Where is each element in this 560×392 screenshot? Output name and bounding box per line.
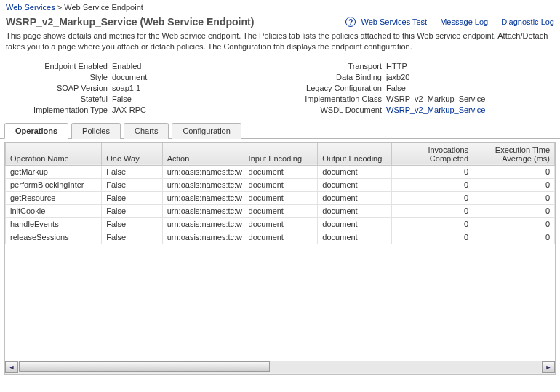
operations-table-wrap: Operation NameOne WayActionInput Encodin… xyxy=(4,142,556,375)
prop-value: HTTP xyxy=(386,62,554,71)
cell-oneway: False xyxy=(102,217,162,231)
tab-policies[interactable]: Policies xyxy=(71,123,121,139)
cell-exectime: 0 xyxy=(473,178,555,191)
column-header-action[interactable]: Action xyxy=(162,143,244,165)
scroll-right-icon[interactable]: ► xyxy=(542,361,555,373)
diagnostic-log-link[interactable]: Diagnostic Log xyxy=(501,17,554,26)
cell-input: document xyxy=(244,165,318,178)
cell-exectime: 0 xyxy=(473,204,555,217)
prop-value: WSRP_v2_Markup_Service xyxy=(386,95,554,103)
tabs: OperationsPoliciesChartsConfiguration xyxy=(0,123,560,139)
prop-value[interactable]: WSRP_v2_Markup_Service xyxy=(386,105,554,114)
cell-invocations: 0 xyxy=(392,204,473,217)
web-services-test-link[interactable]: Web Services Test xyxy=(361,17,427,26)
cell-invocations: 0 xyxy=(392,165,473,178)
cell-action: urn:oasis:names:tc:w xyxy=(162,178,244,191)
prop-label: Transport xyxy=(280,62,382,71)
table-row[interactable]: performBlockingInterFalseurn:oasis:names… xyxy=(6,178,555,191)
cell-output: document xyxy=(318,165,392,178)
cell-invocations: 0 xyxy=(392,217,473,231)
cell-exectime: 0 xyxy=(473,165,555,178)
cell-name: performBlockingInter xyxy=(6,178,102,191)
header-links: ? Web Services Test Message Log Diagnost… xyxy=(345,17,554,27)
column-header-invocations[interactable]: Invocations Completed xyxy=(392,143,473,165)
scroll-thumb[interactable] xyxy=(19,361,270,372)
column-header-name[interactable]: Operation Name xyxy=(6,143,102,165)
operations-table: Operation NameOne WayActionInput Encodin… xyxy=(5,143,555,244)
cell-oneway: False xyxy=(102,191,162,204)
cell-invocations: 0 xyxy=(392,178,473,191)
cell-action: urn:oasis:names:tc:w xyxy=(162,191,244,204)
cell-name: initCookie xyxy=(6,204,102,217)
breadcrumb: Web Services > Web Service Endpoint xyxy=(0,0,560,15)
breadcrumb-root[interactable]: Web Services xyxy=(6,3,55,12)
properties: Endpoint EnabledEnabledStyledocumentSOAP… xyxy=(0,59,560,123)
table-row[interactable]: getMarkupFalseurn:oasis:names:tc:wdocume… xyxy=(6,165,555,178)
scroll-left-icon[interactable]: ◄ xyxy=(5,361,18,373)
breadcrumb-current: Web Service Endpoint xyxy=(64,3,143,12)
cell-output: document xyxy=(318,204,392,217)
column-header-output[interactable]: Output Encoding xyxy=(318,143,392,165)
table-row[interactable]: initCookieFalseurn:oasis:names:tc:wdocum… xyxy=(6,204,555,217)
cell-action: urn:oasis:names:tc:w xyxy=(162,165,244,178)
cell-exectime: 0 xyxy=(473,191,555,204)
cell-input: document xyxy=(244,204,318,217)
table-row[interactable]: getResourceFalseurn:oasis:names:tc:wdocu… xyxy=(6,191,555,204)
page-description: This page shows details and metrics for … xyxy=(0,29,560,59)
tab-operations[interactable]: Operations xyxy=(4,123,68,139)
prop-label: Endpoint Enabled xyxy=(6,62,108,71)
prop-value: document xyxy=(112,73,280,81)
prop-label: Legacy Configuration xyxy=(280,84,382,92)
help-icon: ? xyxy=(345,17,356,27)
cell-input: document xyxy=(244,178,318,191)
cell-oneway: False xyxy=(102,178,162,191)
prop-value: JAX-RPC xyxy=(112,105,280,114)
tab-configuration[interactable]: Configuration xyxy=(172,123,241,139)
page-title: WSRP_v2_Markup_Service (Web Service Endp… xyxy=(6,16,254,28)
prop-label: Implementation Type xyxy=(6,105,108,114)
cell-exectime: 0 xyxy=(473,217,555,231)
table-row[interactable]: handleEventsFalseurn:oasis:names:tc:wdoc… xyxy=(6,217,555,231)
prop-label: WSDL Document xyxy=(280,105,382,114)
prop-label: Style xyxy=(6,73,108,81)
cell-invocations: 0 xyxy=(392,231,473,244)
column-header-exectime[interactable]: Execution Time Average (ms) xyxy=(473,143,555,165)
cell-action: urn:oasis:names:tc:w xyxy=(162,217,244,231)
scroll-track[interactable] xyxy=(19,361,541,373)
cell-oneway: False xyxy=(102,165,162,178)
cell-output: document xyxy=(318,191,392,204)
prop-label: SOAP Version xyxy=(6,84,108,92)
message-log-link[interactable]: Message Log xyxy=(440,17,488,26)
cell-name: getResource xyxy=(6,191,102,204)
prop-value: soap1.1 xyxy=(112,84,280,92)
cell-output: document xyxy=(318,217,392,231)
prop-label: Implementation Class xyxy=(280,95,382,103)
prop-value: False xyxy=(112,95,280,103)
breadcrumb-sep: > xyxy=(57,3,62,12)
table-row[interactable]: releaseSessionsFalseurn:oasis:names:tc:w… xyxy=(6,231,555,244)
tab-charts[interactable]: Charts xyxy=(124,123,169,139)
cell-invocations: 0 xyxy=(392,191,473,204)
wsdl-document-link[interactable]: WSRP_v2_Markup_Service xyxy=(386,105,485,114)
cell-output: document xyxy=(318,231,392,244)
cell-input: document xyxy=(244,217,318,231)
cell-oneway: False xyxy=(102,204,162,217)
cell-name: handleEvents xyxy=(6,217,102,231)
prop-label: Data Binding xyxy=(280,73,382,81)
column-header-oneway[interactable]: One Way xyxy=(102,143,162,165)
cell-input: document xyxy=(244,231,318,244)
cell-action: urn:oasis:names:tc:w xyxy=(162,231,244,244)
cell-oneway: False xyxy=(102,231,162,244)
prop-value: False xyxy=(386,84,554,92)
cell-input: document xyxy=(244,191,318,204)
column-header-input[interactable]: Input Encoding xyxy=(244,143,318,165)
horizontal-scrollbar[interactable]: ◄ ► xyxy=(5,361,555,374)
prop-value: Enabled xyxy=(112,62,280,71)
cell-output: document xyxy=(318,178,392,191)
prop-label: Stateful xyxy=(6,95,108,103)
cell-name: releaseSessions xyxy=(6,231,102,244)
cell-name: getMarkup xyxy=(6,165,102,178)
cell-exectime: 0 xyxy=(473,231,555,244)
prop-value: jaxb20 xyxy=(386,73,554,81)
cell-action: urn:oasis:names:tc:w xyxy=(162,204,244,217)
